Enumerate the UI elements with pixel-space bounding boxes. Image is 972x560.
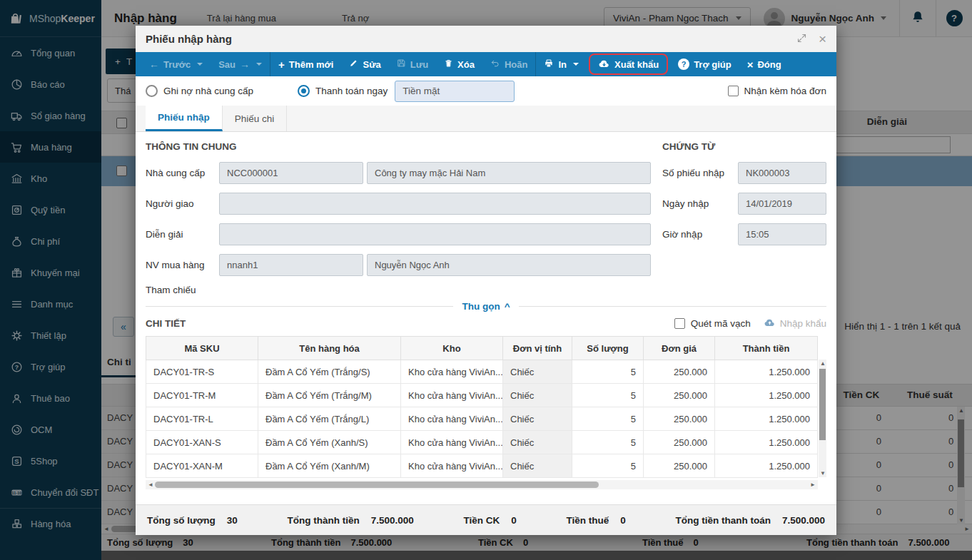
undo-icon — [490, 58, 500, 71]
delete-button[interactable]: Xóa — [436, 52, 482, 76]
detail-title: CHI TIẾT — [146, 318, 186, 329]
undo-button[interactable]: Hoãn — [482, 52, 536, 76]
close-x-icon: × — [747, 58, 754, 71]
app-root: MShopKeeper Tổng quan Báo cáo Sổ giao hà… — [0, 0, 972, 560]
document-title: CHỨNG TỪ — [662, 141, 826, 152]
table-row[interactable]: DACY01-TR-M Đầm A Cổ Yếm (Trắng/M) Kho c… — [146, 384, 818, 407]
sku-cell: DACY01-TR-S — [146, 360, 258, 384]
import-label: Nhập khẩu — [780, 318, 826, 329]
reference-label: Tham chiếu — [146, 285, 219, 295]
add-new-button[interactable]: + Thêm mới — [270, 52, 341, 76]
save-label: Lưu — [410, 59, 428, 70]
scrollbar-thumb[interactable] — [155, 482, 599, 488]
unit-cell: Chiếc — [503, 384, 572, 407]
tab-phieu-chi[interactable]: Phiếu chi — [223, 106, 288, 131]
receipt-no-field[interactable]: NK000003 — [738, 162, 826, 184]
total-qty-label: Tổng số lượng — [147, 515, 216, 526]
modal-title: Phiếu nhập hàng — [146, 33, 232, 45]
description-field[interactable] — [219, 223, 651, 245]
tab-phieu-nhap[interactable]: Phiếu nhập — [146, 106, 223, 131]
price-cell: 250.000 — [644, 407, 715, 431]
sku-cell: DACY01-TR-L — [146, 407, 258, 431]
scrollbar-thumb[interactable] — [819, 369, 826, 440]
save-button[interactable]: Lưu — [389, 52, 436, 76]
amount-cell: 1.250.000 — [715, 360, 818, 384]
col-thanh-tien[interactable]: Thành tiền — [715, 337, 818, 360]
scroll-left-icon[interactable]: ◄ — [148, 480, 153, 489]
debt-radio-label[interactable]: Ghi nợ nhà cung cấp — [163, 86, 253, 96]
col-don-vi-tinh[interactable]: Đơn vị tính — [503, 337, 572, 360]
debt-radio[interactable] — [146, 85, 158, 97]
price-cell: 250.000 — [644, 384, 715, 407]
time-label: Giờ nhập — [662, 229, 738, 240]
unit-cell: Chiếc — [503, 407, 572, 431]
tax-value: 0 — [620, 515, 626, 526]
import-button[interactable]: Nhập khẩu — [764, 317, 826, 330]
buyer-name-field[interactable]: Nguyễn Ngọc Anh — [367, 254, 651, 276]
chevron-down-icon — [573, 63, 579, 66]
print-button[interactable]: In — [536, 52, 587, 76]
barcode-checkbox[interactable] — [674, 318, 685, 329]
divider-line — [146, 306, 453, 307]
paynow-radio[interactable] — [298, 85, 310, 97]
collapse-toggle[interactable]: Thu gọn ^ — [462, 301, 510, 312]
export-button[interactable]: Xuất khẩu — [590, 55, 667, 73]
payment-method-field[interactable]: Tiền mặt — [395, 81, 515, 102]
scroll-down-icon[interactable]: ▼ — [820, 469, 826, 478]
paynow-radio-label[interactable]: Thanh toán ngay — [315, 86, 388, 96]
detail-table-header-row: Mã SKU Tên hàng hóa Kho Đơn vị tính Số l… — [146, 337, 818, 360]
table-row[interactable]: DACY01-TR-L Đầm A Cổ Yếm (Trắng/L) Kho c… — [146, 407, 818, 431]
prev-button[interactable]: ← Trước — [141, 52, 211, 76]
col-so-luong[interactable]: Số lượng — [572, 337, 644, 360]
table-row[interactable]: DACY01-XAN-S Đầm A Cổ Yếm (Xanh/S) Kho c… — [146, 431, 818, 454]
scroll-right-icon[interactable]: ► — [810, 480, 816, 489]
name-cell: Đầm A Cổ Yếm (Trắng/M) — [258, 384, 401, 407]
export-label: Xuất khẩu — [614, 59, 659, 70]
tax-group: Tiền thuế 0 — [566, 515, 625, 526]
expand-icon[interactable] — [796, 33, 807, 46]
floppy-icon — [397, 58, 406, 70]
col-ma-sku[interactable]: Mã SKU — [146, 337, 258, 360]
table-row[interactable]: DACY01-XAN-M Đầm A Cổ Yếm (Xanh/M) Kho c… — [146, 454, 818, 478]
name-cell: Đầm A Cổ Yếm (Xanh/M) — [258, 454, 401, 478]
invoice-checkbox-group[interactable]: Nhận kèm hóa đơn — [728, 86, 826, 96]
date-field[interactable]: 14/01/2019 — [738, 193, 826, 215]
time-field[interactable]: 15:05 — [738, 223, 826, 245]
general-info-title: THÔNG TIN CHUNG — [146, 141, 651, 152]
description-label: Diễn giải — [146, 229, 219, 240]
col-don-gia[interactable]: Đơn giá — [644, 337, 715, 360]
next-button[interactable]: Sau → — [211, 52, 270, 76]
amount-cell: 1.250.000 — [715, 384, 818, 407]
buyer-code-field[interactable]: nnanh1 — [219, 254, 363, 276]
unit-cell: Chiếc — [503, 454, 572, 478]
supplier-name-field[interactable]: Công ty may mặc Hải Nam — [367, 162, 651, 184]
table-horizontal-scrollbar[interactable]: ◄ ► — [146, 480, 818, 489]
help-button-toolbar[interactable]: ? Trợ giúp — [670, 52, 739, 76]
close-button-toolbar[interactable]: × Đóng — [739, 52, 789, 76]
table-row[interactable]: DACY01-TR-S Đầm A Cổ Yếm (Trắng/S) Kho c… — [146, 360, 818, 384]
deliverer-field[interactable] — [219, 193, 651, 215]
col-kho[interactable]: Kho — [401, 337, 503, 360]
arrow-left-icon: ← — [149, 58, 159, 70]
edit-button[interactable]: Sửa — [341, 52, 388, 76]
supplier-code-field[interactable]: NCC000001 — [219, 162, 363, 184]
invoice-checkbox[interactable] — [728, 86, 739, 96]
collapse-label: Thu gọn — [462, 301, 500, 312]
col-ten-hang-hoa[interactable]: Tên hàng hóa — [258, 337, 401, 360]
detail-table-wrap: Mã SKU Tên hàng hóa Kho Đơn vị tính Số l… — [146, 336, 826, 489]
scroll-up-icon[interactable]: ▲ — [820, 359, 826, 368]
chevron-up-icon: ^ — [505, 301, 510, 312]
qty-cell: 5 — [572, 360, 644, 384]
grand-total-group: Tổng tiền thanh toán 7.500.000 — [675, 515, 825, 526]
print-label: In — [558, 59, 567, 70]
barcode-checkbox-label[interactable]: Quét mã vạch — [691, 318, 751, 329]
total-amount-value: 7.500.000 — [371, 515, 414, 526]
close-icon[interactable]: × — [819, 32, 826, 46]
buyer-label: NV mua hàng — [146, 260, 219, 270]
document-section: CHỨNG TỪ Số phiếu nhập NK000003 Ngày nhậ… — [651, 132, 826, 300]
modal-tabs: Phiếu nhập Phiếu chi — [136, 106, 836, 132]
table-vertical-scrollbar[interactable]: ▲ ▼ — [819, 360, 826, 477]
total-amount-label: Tổng thành tiền — [288, 515, 360, 526]
arrow-right-icon: → — [240, 58, 250, 70]
name-cell: Đầm A Cổ Yếm (Trắng/S) — [258, 360, 401, 384]
